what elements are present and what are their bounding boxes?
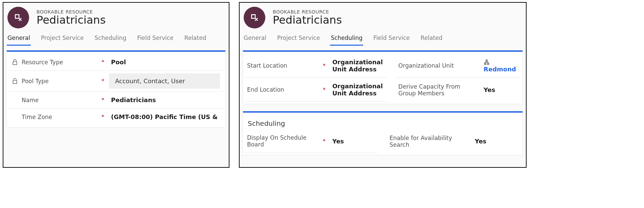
tab-project-service[interactable]: Project Service: [276, 32, 320, 45]
field-label-wrap: Resource Type: [12, 59, 97, 66]
tab-related[interactable]: Related: [420, 32, 443, 45]
tab-scheduling[interactable]: Scheduling: [330, 32, 363, 45]
field-label: Organizational Unit: [398, 62, 454, 69]
org-unit-link[interactable]: Redmond: [484, 66, 516, 73]
field-label: End Location: [247, 86, 284, 93]
header-titles: BOOKABLE RESOURCE Pediatricians: [37, 9, 106, 26]
field-time-zone: Time Zone * (GMT-08:00) Pacific Time (US…: [9, 109, 223, 125]
panel-general: BOOKABLE RESOURCE Pediatricians General …: [3, 2, 229, 168]
field-value[interactable]: Yes: [482, 86, 518, 93]
field-value[interactable]: Pediatricians: [109, 96, 220, 103]
entity-icon: [7, 7, 29, 28]
field-label: Display On Schedule Board: [247, 134, 318, 148]
field-label-wrap: Enable for Availability Search: [390, 135, 461, 148]
field-value[interactable]: Organizational Unit Address: [330, 59, 385, 73]
field-label-wrap: Pool Type: [12, 78, 97, 85]
tab-scheduling[interactable]: Scheduling: [94, 32, 127, 45]
field-label-wrap: Derive Capacity From Group Members: [398, 83, 469, 97]
required-indicator: *: [318, 138, 330, 144]
record-header: BOOKABLE RESOURCE Pediatricians: [243, 5, 523, 32]
page-title: Pediatricians: [37, 15, 106, 26]
form-card-location: Start Location * Organizational Unit Add…: [243, 50, 523, 104]
org-unit-icon: [484, 59, 490, 65]
required-indicator: *: [97, 114, 109, 120]
required-indicator: *: [318, 87, 330, 93]
tab-field-service[interactable]: Field Service: [136, 32, 174, 45]
required-indicator: *: [97, 59, 109, 65]
field-label: Resource Type: [22, 59, 63, 66]
field-value[interactable]: Yes: [473, 138, 518, 145]
field-organizational-unit: Organizational Unit * Redmond: [396, 54, 520, 78]
field-value[interactable]: Account, Contact, User: [109, 73, 220, 89]
field-end-location: End Location * Organizational Unit Addre…: [245, 78, 387, 102]
field-availability-search: Enable for Availability Search * Yes: [387, 130, 520, 153]
field-label-wrap: Time Zone: [12, 114, 97, 120]
tabstrip: General Project Service Scheduling Field…: [243, 32, 523, 46]
tab-related[interactable]: Related: [184, 32, 207, 45]
field-value[interactable]: Redmond: [482, 59, 518, 73]
field-label: Name: [22, 97, 39, 103]
field-label: Enable for Availability Search: [390, 135, 461, 148]
tab-project-service[interactable]: Project Service: [40, 32, 84, 45]
field-label-wrap: Name: [12, 97, 97, 103]
required-indicator: *: [318, 63, 330, 69]
field-derive-capacity: Derive Capacity From Group Members * Yes: [396, 78, 520, 102]
lock-icon: [12, 78, 18, 85]
field-label: Start Location: [247, 62, 287, 69]
form-card: Resource Type * Pool Pool Type * Account…: [7, 50, 225, 127]
field-label-wrap: Display On Schedule Board: [247, 134, 318, 148]
entity-icon: [244, 7, 265, 28]
header-titles: BOOKABLE RESOURCE Pediatricians: [273, 9, 342, 26]
field-label-wrap: Organizational Unit: [398, 62, 469, 69]
panel-scheduling: BOOKABLE RESOURCE Pediatricians General …: [239, 2, 527, 168]
tab-general[interactable]: General: [7, 32, 31, 45]
field-resource-type: Resource Type * Pool: [9, 54, 223, 71]
field-start-location: Start Location * Organizational Unit Add…: [245, 54, 387, 78]
section-heading: Scheduling: [245, 115, 520, 130]
field-label-wrap: Start Location: [247, 62, 318, 69]
required-indicator: *: [97, 97, 109, 103]
field-label: Pool Type: [22, 78, 49, 85]
form-card-scheduling: Scheduling Display On Schedule Board * Y…: [243, 111, 523, 155]
field-value[interactable]: Yes: [330, 138, 376, 145]
field-label-wrap: End Location: [247, 86, 318, 93]
page-title: Pediatricians: [273, 15, 342, 26]
tab-general[interactable]: General: [243, 32, 267, 45]
lock-icon: [12, 59, 18, 66]
field-value[interactable]: Organizational Unit Address: [330, 83, 385, 97]
field-name: Name * Pediatricians: [9, 92, 223, 109]
field-label: Time Zone: [22, 114, 52, 120]
record-header: BOOKABLE RESOURCE Pediatricians: [7, 5, 225, 32]
required-indicator: *: [97, 78, 109, 84]
tab-field-service[interactable]: Field Service: [373, 32, 410, 45]
tabstrip: General Project Service Scheduling Field…: [7, 32, 225, 46]
field-label: Derive Capacity From Group Members: [398, 83, 469, 97]
field-display-on-schedule-board: Display On Schedule Board * Yes: [245, 130, 378, 153]
field-value[interactable]: Pool: [109, 59, 220, 66]
field-pool-type: Pool Type * Account, Contact, User: [9, 71, 223, 92]
field-value[interactable]: (GMT-08:00) Pacific Time (US &: [109, 113, 220, 120]
